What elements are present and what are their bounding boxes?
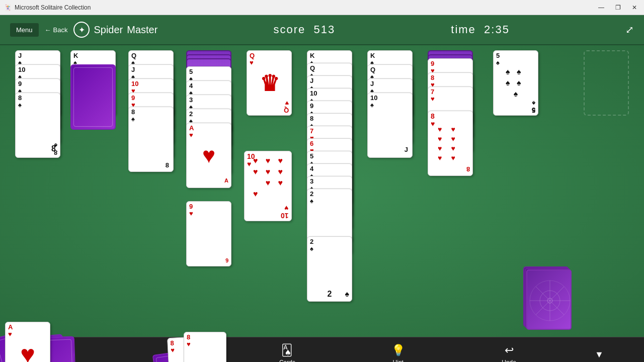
- back-arrow-icon: ←: [45, 26, 51, 34]
- spider-web-icon: ✦: [73, 22, 90, 38]
- header-left: Menu ← Back ✦ Spider Master: [10, 22, 157, 38]
- card-8-hearts-fan2[interactable]: 8♥ 8: [184, 332, 226, 362]
- titlebar-controls: — ❐ ✕: [595, 3, 640, 12]
- cards-icon: 🂡: [281, 344, 293, 357]
- game-name: Spider: [94, 24, 123, 36]
- maximize-button[interactable]: ❐: [612, 3, 624, 12]
- card-big-8-hearts[interactable]: 8♥ ♥ ♥ ♥ ♥ ♥ ♥ ♥ ♥ 8: [428, 111, 473, 176]
- back-button[interactable]: ← Back: [45, 26, 68, 34]
- game-area[interactable]: J♠ J♠ ♠ 10♠ 10♠ 9♠ 9♠ 8♠ 8♠ 8: [0, 45, 644, 337]
- toolbar: ＋ New Game ⚙ Options 🂡 Cards 💡 Hint ↩ Un…: [0, 337, 644, 362]
- cards-button[interactable]: 🂡 Cards: [262, 344, 312, 363]
- time-display: time 2:35: [451, 23, 510, 36]
- close-button[interactable]: ✕: [629, 3, 640, 12]
- cards-label: Cards: [279, 359, 295, 363]
- app-icon: 🃏: [4, 4, 12, 11]
- card-a-hearts[interactable]: A♥ A♥ ♥: [5, 322, 50, 362]
- score-label: score: [273, 23, 305, 36]
- game-mode: Master: [127, 24, 157, 36]
- card-10-spades-7[interactable]: 10♠ J: [367, 93, 413, 158]
- minimize-button[interactable]: —: [595, 3, 607, 12]
- card-8-spades-3[interactable]: 8♠ 8: [128, 107, 174, 172]
- card-5-spades-9[interactable]: 5♠ 5♠ ♠ ♠ ♠ ♠ ♠ 5: [493, 50, 538, 116]
- back-label: Back: [53, 26, 68, 34]
- undo-icon: ↩: [505, 344, 514, 357]
- app-title: Microsoft Solitaire Collection: [15, 4, 91, 11]
- titlebar-left: 🃏 Microsoft Solitaire Collection: [4, 4, 91, 11]
- card-9-hearts-4[interactable]: 9♥ 6: [186, 201, 231, 266]
- expand-button[interactable]: ⤢: [625, 24, 634, 36]
- hint-icon: 💡: [391, 344, 405, 357]
- time-value: 2:35: [484, 23, 510, 36]
- game-header: Menu ← Back ✦ Spider Master score 513 ti…: [0, 15, 644, 45]
- hint-label: Hint: [393, 359, 404, 363]
- menu-button[interactable]: Menu: [10, 23, 39, 37]
- empty-column[interactable]: [584, 50, 629, 116]
- card-8-spades-1[interactable]: 8♠ 8♠ 8: [15, 93, 60, 158]
- card-a-hearts-4[interactable]: A♥ ♥ A: [186, 123, 231, 188]
- hint-button[interactable]: 💡 Hint: [373, 344, 423, 363]
- game-title: ✦ Spider Master: [73, 22, 157, 38]
- card-10-hearts-5[interactable]: 10♥ 10♥ ♥ ♥ ♥ ♥ ♥ ♥ ♥ ♥ ♥: [244, 151, 292, 221]
- card-2-spades-6-bottom[interactable]: 2♠ ♠ 2: [307, 236, 352, 302]
- deck-pile[interactable]: [523, 266, 574, 332]
- undo-button[interactable]: ↩ Undo: [484, 344, 534, 363]
- titlebar: 🃏 Microsoft Solitaire Collection — ❐ ✕: [0, 0, 644, 15]
- score-value: 513: [313, 23, 335, 36]
- undo-label: Undo: [502, 359, 516, 363]
- scroll-down-button[interactable]: ▼: [595, 349, 604, 360]
- card-q-hearts-5[interactable]: Q♥ Q♥ ♛: [247, 50, 292, 116]
- time-label: time: [451, 23, 476, 36]
- score-display: score 513: [273, 23, 335, 36]
